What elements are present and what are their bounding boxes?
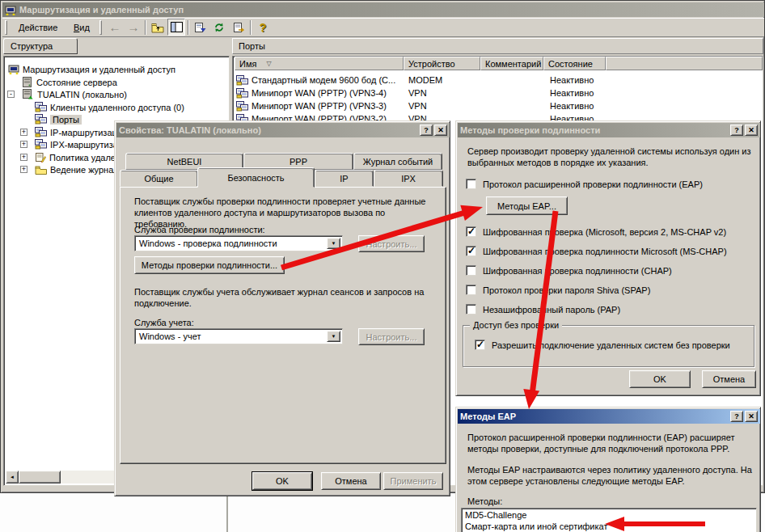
apply-button[interactable]: Применить: [383, 472, 443, 490]
console-tree-icon: [171, 22, 183, 32]
back-icon: ←: [109, 20, 121, 34]
tree-item-ports[interactable]: Порты: [35, 113, 82, 125]
ok-button[interactable]: OK: [252, 472, 312, 490]
toolbar: Действие Вид ← →: [2, 18, 764, 37]
server-icon: [22, 89, 33, 99]
eap-protocol-checkbox-row[interactable]: Протокол расширенной проверки подлинност…: [466, 179, 703, 189]
mschap2-checkbox[interactable]: [466, 226, 476, 237]
port-row[interactable]: Минипорт WAN (PPTP) (VPN3-4) VPN Неактив…: [235, 87, 760, 99]
tree-collapse-toggle[interactable]: -: [7, 91, 15, 98]
column-header-device[interactable]: Устройство: [404, 57, 480, 70]
tree-item-root[interactable]: Маршрутизация и удаленный доступ: [8, 63, 175, 75]
tab-security[interactable]: Безопасность: [197, 167, 315, 188]
help-icon: ?: [260, 21, 267, 34]
screen: { "colors": { "face": "#d4d0c8", "active…: [0, 0, 765, 532]
ports-pane-header: Порты: [232, 38, 763, 54]
pap-checkbox[interactable]: [466, 304, 476, 315]
tree-expand-toggle[interactable]: +: [20, 141, 27, 148]
forward-button[interactable]: →: [125, 19, 142, 36]
port-row[interactable]: Минипорт WAN (PPTP) (VPN3-3) VPN Неактив…: [235, 99, 760, 112]
chap-checkbox-row[interactable]: Шифрованная проверка подлинности (CHAP): [466, 265, 672, 276]
tree-expand-toggle[interactable]: +: [20, 129, 27, 136]
show-tree-button[interactable]: [167, 19, 185, 36]
auth-methods-intro: Сервер производит проверку удаленной сис…: [467, 146, 752, 168]
dropdown-arrow-icon[interactable]: ▼: [327, 331, 340, 342]
auth-methods-dialog: Методы проверки подлинности ? ✕ Сервер п…: [455, 120, 761, 396]
export-list-button[interactable]: [230, 19, 247, 36]
help-titlebar-button[interactable]: ?: [420, 125, 433, 136]
forward-icon: →: [128, 20, 140, 34]
tree-item-remote-clients[interactable]: Клиенты удаленного доступа (0): [35, 101, 184, 113]
column-header-comment[interactable]: Комментарий: [480, 57, 543, 70]
ports-node-icon: [35, 102, 47, 112]
tree-item-ip-routing[interactable]: IP-маршрутизация: [35, 126, 127, 138]
mschap2-checkbox-row[interactable]: Шифрованная проверка (Microsoft, версия …: [466, 226, 726, 237]
tab-general[interactable]: Общие: [120, 170, 198, 187]
spap-checkbox[interactable]: [466, 285, 476, 295]
port-icon: [236, 101, 248, 112]
back-button[interactable]: ←: [106, 19, 124, 36]
eap-methods-title: Методы EAP: [460, 412, 729, 421]
properties-dialog: Свойства: TUALATIN (локально) ? ✕ NetBEU…: [114, 120, 450, 496]
tree-expand-toggle[interactable]: +: [20, 154, 27, 161]
column-header-status[interactable]: Состояние: [543, 57, 606, 70]
refresh-icon: [213, 22, 225, 33]
port-device: MODEM: [408, 75, 442, 85]
port-row[interactable]: Стандартный модем 9600 бод (С... MODEM Н…: [235, 74, 760, 87]
ports-pane-title: Порты: [239, 41, 265, 51]
tree-expand-toggle[interactable]: +: [20, 166, 27, 173]
tree-item-tualatin[interactable]: TUALATIN (локально): [22, 88, 127, 100]
toolbar-grip[interactable]: [5, 20, 7, 35]
chap-checkbox[interactable]: [466, 265, 476, 276]
eap-protocol-checkbox[interactable]: [466, 179, 476, 189]
scroll-thumb[interactable]: [19, 471, 61, 483]
port-status: Неактивно: [550, 101, 594, 111]
configure-accounting-button[interactable]: Настроить...: [358, 328, 425, 345]
allow-unauthenticated-checkbox[interactable]: [475, 340, 485, 350]
tab-event-log[interactable]: Журнал событий: [353, 153, 442, 170]
console-root-icon: [8, 64, 19, 74]
close-button[interactable]: ✕: [434, 125, 447, 136]
properties-button[interactable]: [191, 19, 209, 36]
server-status-icon: [22, 77, 32, 87]
tree-item-server-status[interactable]: Состояние сервера: [22, 76, 117, 88]
eap-method-item[interactable]: MD5-Challenge: [462, 509, 756, 521]
configure-auth-button[interactable]: Настроить...: [358, 235, 425, 252]
help-titlebar-button[interactable]: ?: [730, 411, 743, 422]
eap-methods-listbox[interactable]: MD5-Challenge Смарт-карта или иной серти…: [461, 508, 757, 532]
cancel-button[interactable]: Отмена: [702, 370, 756, 388]
column-header-name[interactable]: Имя ▽: [235, 57, 404, 70]
menu-action[interactable]: Действие: [12, 19, 64, 36]
accounting-combo[interactable]: Windows - учет ▼: [134, 328, 343, 344]
port-name: Минипорт WAN (PPTP) (VPN3-3): [251, 101, 387, 111]
unauthenticated-access-group: Доступ без проверки Разрешить подключени…: [463, 325, 754, 367]
refresh-button[interactable]: [210, 19, 228, 36]
toolbar-separator: [188, 20, 189, 35]
help-titlebar-button[interactable]: ?: [730, 125, 743, 136]
auth-service-combo[interactable]: Windows - проверка подлинности ▼: [134, 235, 343, 251]
cancel-button[interactable]: Отмена: [321, 472, 381, 490]
ok-button[interactable]: OK: [629, 370, 691, 388]
menu-view[interactable]: Вид: [67, 19, 96, 36]
tab-ip[interactable]: IP: [315, 170, 374, 187]
eap-methods-button[interactable]: Методы EAP...: [486, 196, 568, 215]
close-button[interactable]: ✕: [745, 125, 758, 136]
tab-ipx[interactable]: IPX: [374, 170, 443, 187]
dropdown-arrow-icon[interactable]: ▼: [327, 238, 340, 249]
close-button[interactable]: ✕: [745, 411, 758, 422]
eap-method-item[interactable]: Смарт-карта или иной сертификат: [462, 521, 756, 532]
spap-checkbox-row[interactable]: Протокол проверки пароля Shiva (SPAP): [466, 285, 650, 295]
help-button[interactable]: ?: [254, 19, 272, 36]
mschap-checkbox[interactable]: [466, 246, 476, 256]
allow-unauthenticated-checkbox-row[interactable]: Разрешить подключение удаленных систем б…: [475, 340, 730, 350]
export-list-icon: [233, 22, 245, 33]
app-icon: [5, 4, 16, 15]
toolbar-grip[interactable]: [99, 20, 102, 35]
scroll-left-button[interactable]: ◄: [6, 471, 19, 483]
auth-methods-button[interactable]: Методы проверки подлинности...: [134, 256, 285, 274]
toolbar-separator: [250, 20, 251, 35]
up-one-level-button[interactable]: [149, 19, 167, 36]
structure-tab[interactable]: Структура: [3, 38, 78, 54]
mschap-checkbox-row[interactable]: Шифрованная проверка подлинности Microso…: [466, 246, 727, 256]
pap-checkbox-row[interactable]: Незашифрованный пароль (PAP): [466, 304, 620, 315]
